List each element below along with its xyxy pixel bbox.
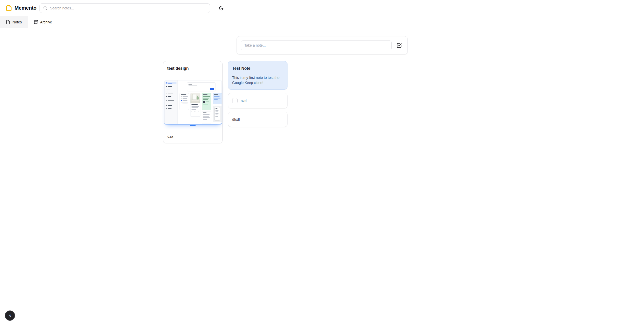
thumbnail-checklist-card: + <box>180 93 189 110</box>
thumbnail-sidebar <box>165 80 178 124</box>
note-composer <box>237 36 408 54</box>
note-body: dza <box>167 134 218 139</box>
thumbnail-main: + <box>178 80 222 124</box>
profile-avatar-button[interactable]: N <box>5 310 15 321</box>
thumbnail-white-card <box>202 111 211 123</box>
tab-notes-label: Notes <box>12 20 22 24</box>
thumbnail-phone <box>215 107 220 120</box>
note-body: This is my first note to test the Google… <box>232 75 283 85</box>
notes-grid: test design <box>163 61 481 143</box>
search-input[interactable] <box>50 6 207 10</box>
notes-column-2: Test Note This is my first note to test … <box>228 61 287 127</box>
thumbnail-green-card <box>202 93 211 110</box>
note-card-test-design[interactable]: test design <box>163 61 223 143</box>
app-logo: Memento <box>6 5 36 11</box>
thumbnail-blue-card <box>213 93 222 104</box>
checklist-row: azd <box>232 97 283 104</box>
thumbnail-drag-handle <box>190 125 196 126</box>
thumbnail-phone-card <box>213 106 222 122</box>
note-card-dfsdf[interactable]: dfsdf <box>228 112 287 127</box>
thumbnail-photo-card <box>190 93 200 117</box>
note-card-test-note[interactable]: Test Note This is my first note to test … <box>228 61 287 90</box>
checklist-checkbox[interactable] <box>232 98 238 103</box>
tab-notes[interactable]: Notes <box>0 16 28 28</box>
moon-icon <box>219 6 224 11</box>
note-image-thumbnail: + <box>164 80 222 124</box>
file-icon <box>6 20 10 24</box>
view-tabbar: Notes Archive <box>0 16 644 28</box>
tab-archive-label: Archive <box>40 20 52 24</box>
thumbnail-cards: + <box>180 93 221 123</box>
search-icon <box>43 6 47 10</box>
note-body: dfsdf <box>232 117 283 122</box>
theme-toggle-button[interactable] <box>217 4 226 13</box>
note-card-azd[interactable]: azd <box>228 93 287 108</box>
avatar-initial: N <box>9 314 11 318</box>
app-header: Memento <box>0 0 644 16</box>
search-box <box>39 3 210 13</box>
check-square-icon <box>396 43 402 48</box>
note-title: test design <box>167 65 218 72</box>
take-note-input[interactable] <box>241 40 392 50</box>
note-title: Test Note <box>232 65 283 72</box>
tab-archive[interactable]: Archive <box>28 16 58 28</box>
note-image[interactable]: + <box>164 80 221 126</box>
new-checklist-button[interactable] <box>396 42 403 49</box>
checklist-item-label: azd <box>241 98 247 103</box>
thumbnail-photo <box>190 93 200 103</box>
note-icon <box>6 5 12 11</box>
app-title: Memento <box>15 5 36 11</box>
notes-column-1: test design <box>163 61 223 143</box>
archive-icon <box>34 20 38 24</box>
thumbnail-composer <box>187 82 215 91</box>
